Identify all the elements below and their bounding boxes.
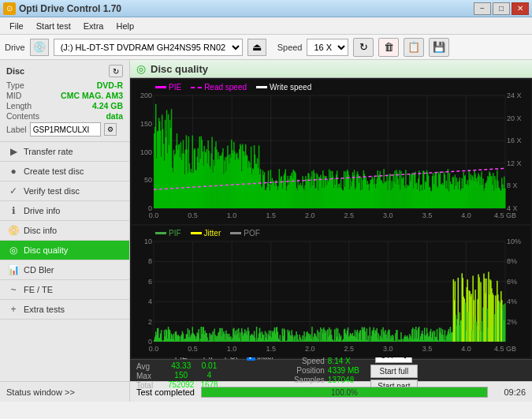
minimize-button[interactable]: −	[474, 2, 491, 15]
chart-pif-jitter: PIF Jitter POF	[132, 226, 530, 357]
sidebar-item-create-test-disc[interactable]: ● Create test disc	[0, 162, 129, 181]
titlebar-left: ⊙ Opti Drive Control 1.70	[3, 2, 121, 15]
disc-panel-header: Disc ↻	[6, 65, 123, 77]
jitter-legend-label: Jitter	[204, 229, 221, 238]
sidebar-item-cd-bler[interactable]: 📊 CD Bler	[0, 260, 129, 280]
jitter-color	[191, 232, 202, 234]
pie-color	[155, 86, 166, 88]
chart1-legend: PIE Read speed Write speed	[155, 83, 311, 92]
sidebar-item-disc-info[interactable]: 📀 Disc info	[0, 221, 129, 241]
status-left-text: Status window >>	[6, 387, 75, 397]
legend-write: Write speed	[256, 83, 311, 92]
legend-read: Read speed	[191, 83, 247, 92]
read-color	[191, 87, 202, 88]
copy-btn[interactable]: 📋	[404, 38, 424, 57]
sidebar-item-label-fe-te: FE / TE	[24, 285, 53, 294]
pie-max: 150	[168, 371, 194, 380]
chart-pie-read: PIE Read speed Write speed	[132, 80, 530, 224]
pof-color	[230, 232, 241, 234]
drive-label: Drive	[5, 43, 25, 52]
menu-help[interactable]: Help	[110, 20, 140, 32]
save-btn[interactable]: 💾	[429, 38, 449, 57]
maximize-button[interactable]: □	[493, 2, 510, 15]
jitter-avg	[247, 361, 274, 370]
drive-select[interactable]: (J:) HL-DT-ST DVDRAM GH24NS95 RN02	[54, 39, 243, 56]
write-color	[256, 86, 267, 88]
pie-legend-label: PIE	[169, 83, 181, 92]
sidebar-item-drive-info[interactable]: ℹ Drive info	[0, 201, 129, 221]
sidebar-item-label-create-test-disc: Create test disc	[24, 166, 84, 176]
speed-select[interactable]: 16 X	[307, 39, 348, 56]
start-full-button[interactable]: Start full	[370, 365, 418, 378]
disc-length-row: Length 4.24 GB	[6, 101, 123, 110]
disc-label-input[interactable]	[30, 122, 101, 137]
sidebar-item-fe-te[interactable]: ~ FE / TE	[0, 280, 129, 300]
sidebar-item-label-drive-info: Drive info	[24, 206, 60, 215]
sidebar-item-verify-test-disc[interactable]: ✓ Verify test disc	[0, 181, 129, 201]
samples-value: 137048	[328, 376, 358, 384]
verify-test-disc-icon: ✓	[8, 185, 19, 196]
jitter-max	[247, 371, 274, 380]
disc-info-icon: 📀	[8, 225, 19, 236]
status-right: Test completed 100.0% 09:26	[130, 387, 532, 398]
status-window-btn[interactable]: Status window >>	[0, 382, 130, 402]
disc-contents-row: Contents data	[6, 111, 123, 121]
disc-mid-value: CMC MAG. AM3	[61, 91, 123, 100]
write-legend-label: Write speed	[270, 83, 311, 92]
create-test-disc-icon: ●	[8, 166, 19, 177]
sidebar-item-label-disc-quality: Disc quality	[24, 245, 68, 255]
legend-pif: PIF	[155, 229, 181, 238]
speed-stat-label: Speed	[284, 357, 325, 365]
disc-panel: Disc ↻ Type DVD-R MID CMC MAG. AM3 Lengt…	[0, 60, 129, 142]
drive-icon-btn[interactable]: 💿	[30, 39, 49, 56]
sidebar-item-label-cd-bler: CD Bler	[24, 265, 54, 275]
pof-legend-label: POF	[244, 229, 260, 238]
status-text: Test completed	[136, 387, 195, 397]
legend-jitter: Jitter	[191, 229, 221, 238]
drive-eject-btn[interactable]: ⏏	[247, 39, 266, 56]
read-legend-label: Read speed	[204, 83, 247, 92]
sidebar: Disc ↻ Type DVD-R MID CMC MAG. AM3 Lengt…	[0, 60, 130, 381]
titlebar: ⊙ Opti Drive Control 1.70 − □ ✕	[0, 0, 532, 17]
content-area: ◎ Disc quality PIE Read speed	[130, 60, 532, 381]
disc-panel-title: Disc	[6, 66, 24, 76]
window-title: Opti Drive Control 1.70	[19, 3, 121, 14]
extra-tests-icon: +	[8, 304, 19, 315]
menu-file[interactable]: File	[3, 20, 30, 32]
position-label: Position	[284, 366, 325, 375]
disc-contents-label: Contents	[6, 111, 39, 121]
charts-container: PIE Read speed Write speed	[130, 78, 532, 359]
label-icon-btn[interactable]: ⚙	[104, 123, 117, 136]
close-button[interactable]: ✕	[512, 2, 529, 15]
stats-bar: Avg Max Total PIE 43.33 150 752092 PIF 0…	[130, 359, 532, 381]
sidebar-item-label-extra-tests: Extra tests	[24, 305, 65, 314]
disc-label-row: Label ⚙	[6, 122, 123, 137]
sidebar-item-disc-quality[interactable]: ◎ Disc quality	[0, 241, 129, 260]
pof-max	[225, 371, 241, 380]
main-area: Disc ↻ Type DVD-R MID CMC MAG. AM3 Lengt…	[0, 60, 532, 381]
transfer-rate-icon: ▶	[8, 146, 19, 157]
disc-label-label: Label	[6, 125, 27, 134]
chart2-legend: PIF Jitter POF	[155, 229, 260, 238]
disc-refresh-btn[interactable]: ↻	[109, 65, 123, 77]
menu-start-test[interactable]: Start test	[30, 20, 77, 32]
pif-color	[155, 232, 166, 234]
disc-type-row: Type DVD-R	[6, 80, 123, 90]
cd-bler-icon: 📊	[8, 264, 19, 275]
refresh-btn[interactable]: ↻	[353, 38, 374, 57]
progress-text: 100.0%	[202, 387, 487, 398]
max-label: Max	[136, 372, 165, 380]
menu-extra[interactable]: Extra	[77, 20, 110, 32]
position-value: 4339 MB	[328, 366, 359, 375]
pif-max: 4	[200, 371, 218, 380]
sidebar-item-label-verify-test-disc: Verify test disc	[24, 186, 80, 196]
window-controls: − □ ✕	[474, 2, 529, 15]
legend-pie: PIE	[155, 83, 181, 92]
progress-bar-container: 100.0%	[201, 387, 488, 398]
erase-btn[interactable]: 🗑	[378, 38, 399, 57]
sidebar-item-transfer-rate[interactable]: ▶ Transfer rate	[0, 142, 129, 162]
speed-label: Speed	[277, 43, 303, 52]
sidebar-item-label-transfer-rate: Transfer rate	[24, 147, 73, 156]
sidebar-item-extra-tests[interactable]: + Extra tests	[0, 300, 129, 320]
menubar: File Start test Extra Help	[0, 17, 532, 35]
